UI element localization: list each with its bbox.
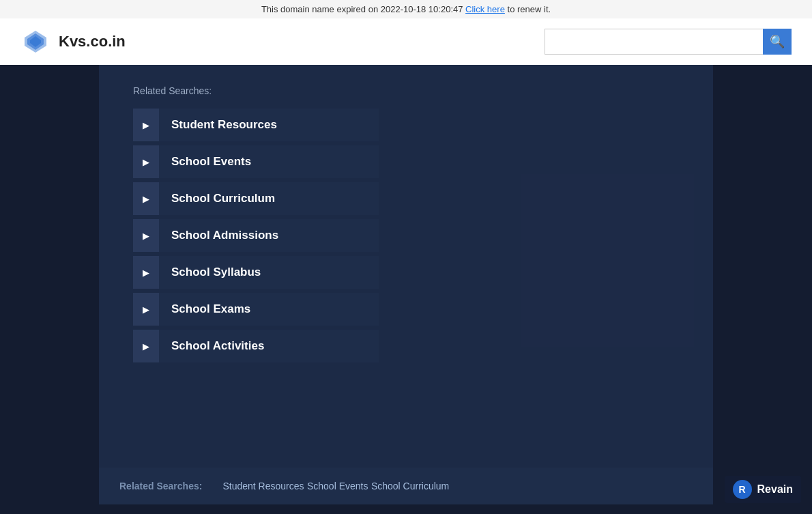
search-link-label-school-exams: School Exams xyxy=(159,293,379,326)
revain-icon: R xyxy=(733,480,752,499)
revain-badge: R Revain xyxy=(725,476,801,503)
search-links-list: ▶Student Resources▶School Events▶School … xyxy=(133,109,379,362)
footer-links: Student Resources School Events School C… xyxy=(222,480,449,492)
search-link-school-events[interactable]: ▶School Events xyxy=(133,145,379,178)
search-link-school-exams[interactable]: ▶School Exams xyxy=(133,293,379,326)
arrow-right-icon: ▶ xyxy=(143,231,149,241)
site-header: Kvs.co.in 🔍 xyxy=(0,18,812,65)
footer-school-curriculum[interactable]: School Curriculum xyxy=(371,481,449,491)
arrow-icon-school-syllabus: ▶ xyxy=(133,256,159,289)
search-link-school-admissions[interactable]: ▶School Admissions xyxy=(133,219,379,252)
page-wrapper: This domain name expired on 2022-10-18 1… xyxy=(0,0,812,514)
search-link-label-school-admissions: School Admissions xyxy=(159,219,379,252)
renew-link[interactable]: Click here xyxy=(465,4,505,14)
arrow-right-icon: ▶ xyxy=(143,304,149,315)
arrow-icon-school-exams: ▶ xyxy=(133,293,159,326)
banner-suffix: to renew it. xyxy=(508,4,551,14)
search-link-school-syllabus[interactable]: ▶School Syllabus xyxy=(133,256,379,289)
banner-text: This domain name expired on 2022-10-18 1… xyxy=(261,4,463,14)
arrow-right-icon: ▶ xyxy=(143,157,149,167)
search-bar: 🔍 xyxy=(545,29,792,55)
search-link-label-school-activities: School Activities xyxy=(159,330,379,362)
search-icon: 🔍 xyxy=(770,34,785,49)
revain-label: Revain xyxy=(757,483,793,496)
search-link-label-school-syllabus: School Syllabus xyxy=(159,256,379,289)
site-title: Kvs.co.in xyxy=(59,33,126,51)
arrow-icon-school-events: ▶ xyxy=(133,145,159,178)
footer-school-events[interactable]: School Events xyxy=(307,481,368,491)
arrow-icon-school-admissions: ▶ xyxy=(133,219,159,252)
arrow-icon-student-resources: ▶ xyxy=(133,109,159,141)
arrow-icon-school-curriculum: ▶ xyxy=(133,182,159,215)
search-link-school-curriculum[interactable]: ▶School Curriculum xyxy=(133,182,379,215)
arrow-right-icon: ▶ xyxy=(143,268,149,278)
expiry-banner: This domain name expired on 2022-10-18 1… xyxy=(0,0,812,18)
search-link-label-student-resources: Student Resources xyxy=(159,109,379,141)
arrow-icon-school-activities: ▶ xyxy=(133,330,159,362)
search-link-student-resources[interactable]: ▶Student Resources xyxy=(133,109,379,141)
footer-related-label: Related Searches: xyxy=(119,481,202,491)
search-link-school-activities[interactable]: ▶School Activities xyxy=(133,330,379,362)
arrow-right-icon: ▶ xyxy=(143,194,149,204)
site-logo-icon xyxy=(20,27,50,57)
main-content: Related Searches: ▶Student Resources▶Sch… xyxy=(99,65,713,468)
related-searches-heading: Related Searches: xyxy=(133,85,679,96)
arrow-right-icon: ▶ xyxy=(143,341,149,352)
arrow-right-icon: ▶ xyxy=(143,120,149,130)
footer-bar: Related Searches: Student Resources Scho… xyxy=(99,468,713,504)
footer-student-resources[interactable]: Student Resources xyxy=(222,481,304,491)
search-link-label-school-curriculum: School Curriculum xyxy=(159,182,379,215)
search-button[interactable]: 🔍 xyxy=(763,29,792,55)
search-link-label-school-events: School Events xyxy=(159,145,379,178)
logo-container: Kvs.co.in xyxy=(20,27,126,57)
search-input[interactable] xyxy=(545,29,763,55)
